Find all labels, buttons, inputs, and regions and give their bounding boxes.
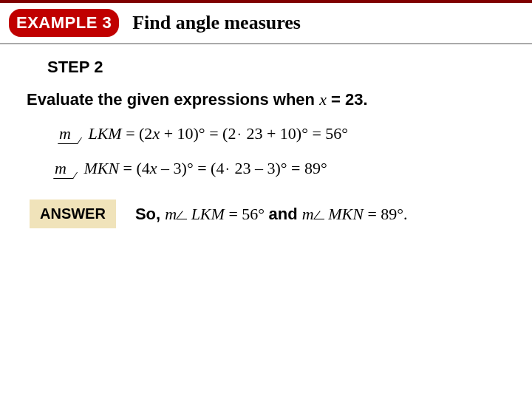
prompt-var: x bbox=[319, 90, 327, 109]
answer-ang2: MKN bbox=[328, 205, 364, 223]
expr1-var: x bbox=[152, 124, 160, 143]
expr2-mid: – 3)° = (4 bbox=[157, 159, 225, 177]
prompt-eq: = 23. bbox=[327, 90, 368, 109]
equation-line-2: m MKN = (4x – 3)° = (4· 23 – 3)° = 89° bbox=[55, 156, 505, 180]
prompt-line: Evaluate the given expressions when x = … bbox=[27, 90, 505, 109]
m-angle-symbol: m bbox=[59, 124, 84, 143]
angle-icon-1 bbox=[177, 209, 187, 219]
dot-1: · bbox=[236, 127, 242, 142]
angle-name-1: LKM bbox=[88, 124, 121, 143]
expr2-var: x bbox=[150, 159, 157, 177]
content: STEP 2 Evaluate the given expressions wh… bbox=[0, 44, 532, 228]
expr2-val: 23 – 3)° = 89° bbox=[231, 159, 327, 177]
m-angle-symbol-2: m bbox=[55, 159, 80, 177]
answer-eq1: = 56° bbox=[225, 205, 269, 223]
page-title: Find angle measures bbox=[132, 12, 301, 34]
answer-m1: m bbox=[165, 205, 177, 223]
step-label: STEP 2 bbox=[47, 58, 505, 77]
answer-text: So, m LKM = 56° and m MKN = 89°. bbox=[135, 205, 408, 224]
answer-row: ANSWER So, m LKM = 56° and m MKN = 89°. bbox=[30, 200, 505, 228]
angle-name-2: MKN bbox=[83, 159, 119, 177]
answer-eq2: = 89°. bbox=[364, 205, 408, 223]
angle-icon-2 bbox=[314, 209, 324, 219]
answer-ang1: LKM bbox=[191, 205, 225, 223]
dot-2: · bbox=[224, 162, 231, 177]
answer-and: and bbox=[269, 205, 302, 223]
header: EXAMPLE 3 Find angle measures bbox=[0, 3, 532, 43]
answer-so: So, bbox=[135, 205, 165, 223]
prompt-lead: Evaluate the given expressions when bbox=[27, 90, 319, 109]
example-badge: EXAMPLE 3 bbox=[9, 9, 119, 37]
expr1-open: = (2 bbox=[122, 124, 153, 143]
expr2-open: = (4 bbox=[119, 159, 150, 177]
equation-line-1: m LKM = (2x + 10)° = (2· 23 + 10)° = 56° bbox=[59, 121, 505, 146]
answer-m2: m bbox=[302, 205, 314, 223]
expr1-val: 23 + 10)° = 56° bbox=[242, 124, 348, 143]
answer-box: ANSWER bbox=[30, 200, 116, 228]
expr1-mid: + 10)° = (2 bbox=[160, 124, 236, 143]
